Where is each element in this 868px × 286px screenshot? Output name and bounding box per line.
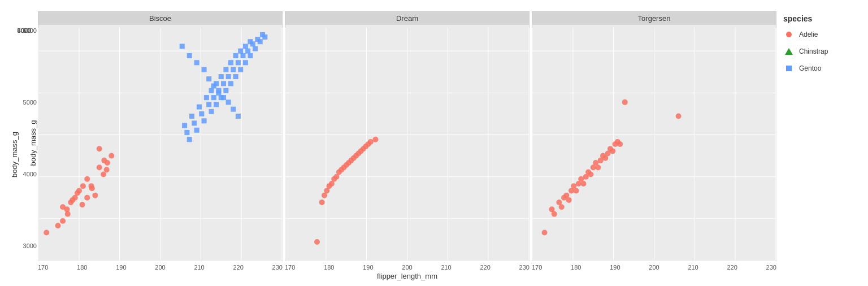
svg-rect-67 <box>216 88 221 93</box>
legend-label-adelie: Adelie <box>799 31 818 38</box>
x-tick: 170 <box>285 264 295 271</box>
x-tick: 230 <box>519 264 530 271</box>
svg-rect-48 <box>236 114 241 119</box>
svg-rect-46 <box>226 99 231 105</box>
panel-inner-dream <box>285 28 529 261</box>
svg-point-22 <box>92 193 98 198</box>
x-axis-label: flipper_length_mm <box>37 272 778 280</box>
svg-rect-85 <box>233 74 238 79</box>
svg-rect-68 <box>221 81 226 86</box>
svg-point-32 <box>84 195 90 201</box>
svg-rect-70 <box>231 67 236 72</box>
svg-point-175 <box>568 188 574 193</box>
svg-point-177 <box>583 174 589 180</box>
svg-point-24 <box>101 172 106 177</box>
svg-point-105 <box>314 239 320 245</box>
legend-symbol-adelie <box>783 29 795 40</box>
adelie-circle-icon <box>786 32 792 37</box>
x-tick: 180 <box>571 264 581 271</box>
x-tick: 190 <box>610 264 620 271</box>
x-tick: 180 <box>324 264 334 271</box>
svg-point-117 <box>324 188 329 193</box>
svg-rect-66 <box>211 95 216 100</box>
svg-rect-65 <box>206 102 211 107</box>
x-tick: 220 <box>233 264 243 271</box>
svg-rect-89 <box>253 46 258 51</box>
svg-rect-60 <box>243 44 248 49</box>
svg-point-36 <box>97 146 102 151</box>
x-tick: 180 <box>77 264 87 271</box>
panel-biscoe: Biscoe <box>38 11 283 261</box>
svg-rect-88 <box>248 53 253 58</box>
svg-point-182 <box>552 211 557 217</box>
legend-label-chinstrap: Chinstrap <box>799 47 828 55</box>
svg-rect-90 <box>258 39 263 44</box>
svg-point-124 <box>358 148 364 154</box>
svg-point-173 <box>622 99 628 105</box>
y-tick-3000-label: 3000 <box>23 242 37 249</box>
svg-point-35 <box>104 167 110 172</box>
panel-inner-biscoe <box>38 28 282 261</box>
x-tick: 170 <box>532 264 542 271</box>
svg-point-127 <box>372 137 378 142</box>
svg-rect-51 <box>197 105 202 110</box>
gentoo-square-icon <box>786 66 792 71</box>
panel-title-dream: Dream <box>285 12 529 25</box>
svg-point-179 <box>598 158 604 163</box>
svg-point-122 <box>348 158 354 163</box>
svg-rect-86 <box>238 67 243 72</box>
svg-rect-59 <box>238 49 243 54</box>
svg-point-19 <box>80 183 86 189</box>
svg-point-26 <box>108 153 114 159</box>
svg-point-23 <box>97 164 102 170</box>
svg-rect-80 <box>209 109 214 114</box>
svg-rect-73 <box>245 49 250 54</box>
svg-point-176 <box>576 181 581 187</box>
svg-point-118 <box>329 181 335 187</box>
svg-rect-56 <box>223 67 228 72</box>
svg-point-190 <box>610 148 615 154</box>
svg-rect-84 <box>228 81 233 86</box>
x-ticks-dream: 170 180 190 200 210 220 230 <box>285 264 530 271</box>
svg-point-192 <box>676 114 682 119</box>
svg-point-188 <box>595 164 601 170</box>
svg-rect-40 <box>194 60 199 65</box>
svg-rect-78 <box>194 128 199 133</box>
x-tick: 220 <box>480 264 490 271</box>
x-ticks-torgersen: 170 180 190 200 210 220 230 <box>532 264 776 271</box>
panel-dream: Dream <box>285 11 530 261</box>
svg-rect-54 <box>214 81 219 86</box>
plot-area: body_mass_g 6000 5000 4000 3000 Biscoe <box>6 6 778 280</box>
x-tick: 200 <box>649 264 659 271</box>
svg-point-183 <box>559 204 565 210</box>
svg-rect-91 <box>262 34 267 40</box>
chinstrap-triangle-icon <box>785 48 793 55</box>
svg-rect-64 <box>199 111 204 116</box>
x-tick: 190 <box>116 264 126 271</box>
x-tick: 210 <box>441 264 451 271</box>
legend-title: species <box>783 14 862 23</box>
x-tick: 170 <box>38 264 48 271</box>
x-axis-ticks-row: 170 180 190 200 210 220 230 170 180 190 … <box>37 264 778 271</box>
x-tick: 200 <box>155 264 165 271</box>
svg-point-174 <box>561 195 567 201</box>
svg-point-34 <box>55 223 60 228</box>
svg-rect-47 <box>231 107 236 112</box>
svg-point-20 <box>84 176 90 182</box>
svg-rect-87 <box>243 60 248 65</box>
svg-point-191 <box>617 141 623 147</box>
x-tick: 210 <box>688 264 698 271</box>
svg-point-125 <box>363 144 368 149</box>
svg-rect-82 <box>219 95 224 100</box>
panels-row: Biscoe <box>37 11 778 261</box>
svg-point-119 <box>334 174 340 180</box>
svg-rect-69 <box>226 74 231 79</box>
svg-point-123 <box>353 153 359 159</box>
svg-rect-71 <box>236 60 241 65</box>
y-axis-label: body_mass_g <box>29 120 37 166</box>
x-tick: 230 <box>766 264 776 271</box>
svg-rect-50 <box>189 114 194 119</box>
legend: species Adelie Chinstrap Gentoo <box>778 6 868 280</box>
svg-rect-39 <box>187 53 192 58</box>
svg-rect-52 <box>204 95 209 100</box>
